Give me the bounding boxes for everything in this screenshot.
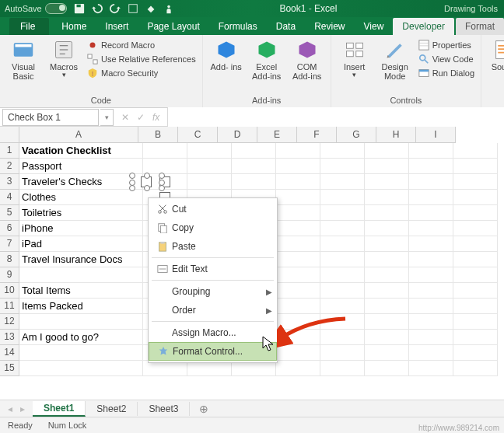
addins-button[interactable]: Add- ins — [208, 37, 245, 72]
col-header-g[interactable]: G — [337, 127, 376, 143]
cell[interactable] — [365, 345, 409, 361]
row-header[interactable]: 5 — [0, 205, 19, 221]
insert-control-button[interactable]: Insert ▾ — [336, 37, 373, 77]
cell[interactable] — [453, 361, 498, 376]
menu-item-grouping[interactable]: Grouping▶ — [149, 282, 277, 301]
cell[interactable] — [365, 143, 409, 159]
cell[interactable] — [365, 205, 409, 221]
run-dialog-button[interactable]: Run Dialog — [417, 67, 476, 79]
cell[interactable] — [320, 190, 365, 205]
cell[interactable] — [453, 190, 498, 205]
cell[interactable] — [276, 330, 320, 345]
cell[interactable] — [453, 143, 498, 159]
cell[interactable] — [365, 299, 409, 314]
menu-item-paste[interactable]: Paste — [149, 237, 277, 256]
fill-icon[interactable] — [145, 3, 156, 14]
cell[interactable]: iPad — [19, 236, 143, 252]
cancel-icon[interactable]: ✕ — [121, 112, 129, 123]
cell[interactable] — [365, 361, 409, 376]
cell[interactable]: Total Items — [19, 283, 143, 299]
view-code-button[interactable]: View Code — [417, 53, 476, 65]
cell[interactable] — [409, 190, 453, 205]
cell[interactable] — [409, 299, 453, 314]
macros-button[interactable]: Macros ▾ — [45, 37, 82, 77]
cell[interactable] — [453, 159, 498, 174]
cell[interactable] — [143, 159, 187, 174]
add-sheet-button[interactable]: ⊕ — [190, 403, 218, 415]
row-header[interactable]: 13 — [0, 330, 19, 345]
cell[interactable] — [19, 314, 143, 330]
cell[interactable] — [453, 205, 498, 221]
cell[interactable] — [365, 252, 409, 267]
cell[interactable] — [453, 174, 498, 190]
cell[interactable] — [453, 283, 498, 299]
cell[interactable]: Clothes — [19, 190, 143, 205]
cell[interactable] — [320, 236, 365, 252]
cell[interactable] — [320, 361, 365, 376]
cell[interactable] — [276, 267, 320, 283]
cell[interactable] — [453, 267, 498, 283]
row-header[interactable]: 3 — [0, 174, 19, 190]
menu-item-assign-macro[interactable]: Assign Macro... — [149, 323, 277, 342]
tab-data[interactable]: Data — [267, 18, 305, 35]
cell[interactable] — [409, 205, 453, 221]
cell[interactable]: iPhone — [19, 221, 143, 236]
sheet-nav-prev-icon[interactable]: ◂ — [8, 403, 12, 414]
tab-home[interactable]: Home — [52, 18, 96, 35]
tab-page-layout[interactable]: Page Layout — [138, 18, 208, 35]
cell[interactable] — [365, 190, 409, 205]
cell[interactable] — [320, 314, 365, 330]
cell[interactable]: Passport — [19, 159, 143, 174]
cell[interactable] — [276, 143, 320, 159]
use-relative-references-button[interactable]: Use Relative References — [86, 53, 198, 65]
row-header[interactable]: 7 — [0, 236, 19, 252]
cell[interactable] — [320, 252, 365, 267]
cell[interactable] — [409, 267, 453, 283]
cell[interactable] — [453, 314, 498, 330]
record-macro-button[interactable]: Record Macro — [86, 39, 198, 51]
row-header[interactable]: 9 — [0, 267, 19, 283]
col-header-f[interactable]: F — [297, 127, 337, 143]
col-header-d[interactable]: D — [218, 127, 257, 143]
cell[interactable] — [276, 299, 320, 314]
sheet-tab-2[interactable]: Sheet2 — [86, 402, 138, 416]
resize-handle-icon[interactable] — [159, 185, 165, 191]
tab-developer[interactable]: Developer — [393, 18, 454, 35]
resize-handle-icon[interactable] — [129, 185, 135, 191]
cell[interactable] — [409, 236, 453, 252]
cell[interactable] — [232, 174, 276, 190]
cell[interactable] — [187, 143, 232, 159]
cell[interactable] — [320, 267, 365, 283]
cell[interactable] — [409, 221, 453, 236]
cell[interactable] — [320, 205, 365, 221]
cell[interactable] — [320, 174, 365, 190]
col-header-e[interactable]: E — [257, 127, 297, 143]
cell[interactable] — [320, 299, 365, 314]
cell[interactable] — [365, 283, 409, 299]
tab-format[interactable]: Format — [456, 18, 504, 35]
cell[interactable]: Traveler's Checks — [19, 174, 143, 190]
cell[interactable] — [143, 361, 187, 376]
select-all-cell[interactable] — [0, 127, 19, 143]
borders-icon[interactable] — [128, 3, 138, 14]
col-header-i[interactable]: I — [416, 127, 456, 143]
cell[interactable] — [276, 174, 320, 190]
cell[interactable] — [409, 314, 453, 330]
cell[interactable] — [143, 143, 187, 159]
row-header[interactable]: 10 — [0, 283, 19, 299]
source-button[interactable]: Source — [486, 37, 504, 72]
row-header[interactable]: 14 — [0, 345, 19, 361]
row-header[interactable]: 1 — [0, 143, 19, 159]
row-header[interactable]: 2 — [0, 159, 19, 174]
cell[interactable] — [409, 174, 453, 190]
cell[interactable] — [453, 330, 498, 345]
cell[interactable]: Travel Insurance Docs — [19, 252, 143, 267]
cell[interactable] — [365, 221, 409, 236]
com-addins-button[interactable]: COM Add-ins — [289, 37, 326, 81]
col-header-b[interactable]: B — [138, 127, 178, 143]
cell[interactable] — [409, 252, 453, 267]
cell[interactable] — [409, 143, 453, 159]
macro-security-button[interactable]: ! Macro Security — [86, 67, 198, 79]
selected-checkbox-control[interactable] — [131, 175, 163, 189]
tab-formulas[interactable]: Formulas — [209, 18, 267, 35]
